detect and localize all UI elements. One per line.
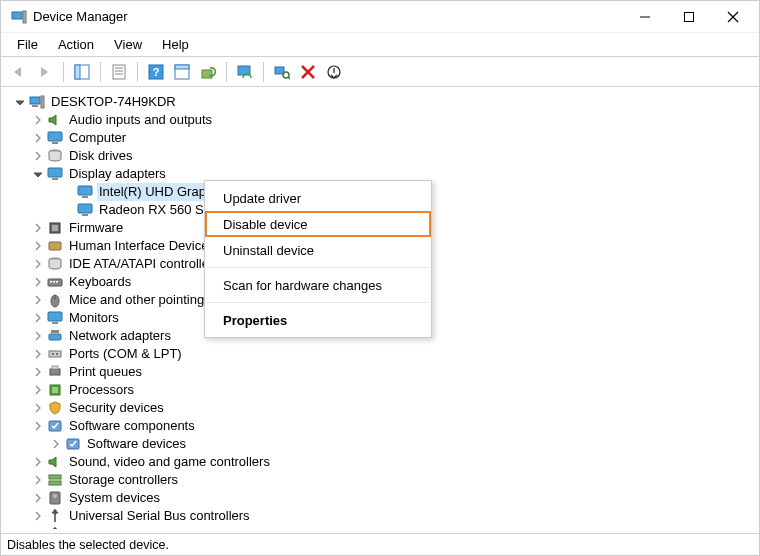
svg-rect-48 [49, 351, 61, 357]
toolbar-disable-device[interactable] [322, 60, 346, 84]
tree-category[interactable]: Storage controllers [13, 471, 755, 489]
svg-rect-40 [53, 281, 55, 283]
tree-category[interactable]: Universal Serial Bus controllers [13, 507, 755, 525]
menubar: File Action View Help [1, 33, 759, 57]
tree-node-label: Audio inputs and outputs [67, 111, 214, 129]
expander-icon[interactable] [31, 473, 45, 487]
tree-node-label: USB Connector Managers [67, 525, 223, 529]
context-menu: Update driverDisable deviceUninstall dev… [204, 180, 432, 338]
toolbar-forward[interactable] [33, 60, 57, 84]
toolbar-action[interactable] [170, 60, 194, 84]
tree-category[interactable]: Computer [13, 129, 755, 147]
expander-icon[interactable] [31, 275, 45, 289]
close-button[interactable] [711, 1, 755, 32]
context-menu-item[interactable]: Scan for hardware changes [205, 272, 431, 298]
expander-icon[interactable] [31, 149, 45, 163]
expander-icon[interactable] [31, 509, 45, 523]
tree-category[interactable]: System devices [13, 489, 755, 507]
disk-icon [47, 148, 63, 164]
tree-node-label: Disk drives [67, 147, 135, 165]
expander-icon[interactable] [31, 257, 45, 271]
toolbar-properties[interactable] [107, 60, 131, 84]
maximize-button[interactable] [667, 1, 711, 32]
tree-node-label: Network adapters [67, 327, 173, 345]
context-menu-item[interactable]: Update driver [205, 185, 431, 211]
svg-rect-8 [113, 65, 125, 79]
tree-category[interactable]: Security devices [13, 399, 755, 417]
tree-node-label: Ports (COM & LPT) [67, 345, 184, 363]
security-icon [47, 400, 63, 416]
expander-icon[interactable] [31, 527, 45, 529]
expander-icon[interactable] [49, 437, 63, 451]
expander-icon[interactable] [31, 239, 45, 253]
context-menu-item[interactable]: Disable device [205, 211, 431, 237]
expander-icon[interactable] [13, 95, 27, 109]
expander-icon[interactable] [31, 401, 45, 415]
mouse-icon [47, 292, 63, 308]
tree-category[interactable]: Audio inputs and outputs [13, 111, 755, 129]
toolbar-back[interactable] [7, 60, 31, 84]
tree-node-label: Universal Serial Bus controllers [67, 507, 252, 525]
tree-node-label: Security devices [67, 399, 166, 417]
expander-icon[interactable] [31, 131, 45, 145]
svg-rect-51 [50, 369, 60, 375]
tree-node-label: IDE ATA/ATAPI controllers [67, 255, 222, 273]
toolbar-separator [226, 62, 227, 82]
toolbar-update-driver[interactable] [196, 60, 220, 84]
toolbar-scan-hardware[interactable] [270, 60, 294, 84]
expander-icon[interactable] [31, 365, 45, 379]
svg-point-60 [53, 494, 57, 498]
expander-icon[interactable] [31, 329, 45, 343]
app-icon [11, 9, 27, 25]
expander-icon[interactable] [31, 455, 45, 469]
expander-icon[interactable] [31, 293, 45, 307]
usb-icon [47, 508, 63, 524]
expander-icon[interactable] [31, 383, 45, 397]
menu-help[interactable]: Help [152, 35, 199, 54]
svg-rect-47 [51, 330, 59, 333]
menu-action[interactable]: Action [48, 35, 104, 54]
tree-category[interactable]: Software devices [13, 435, 755, 453]
minimize-button[interactable] [623, 1, 667, 32]
expander-icon[interactable] [31, 113, 45, 127]
context-menu-item[interactable]: Uninstall device [205, 237, 431, 263]
tree-node-label: Storage controllers [67, 471, 180, 489]
tree-category[interactable]: USB Connector Managers [13, 525, 755, 529]
tree-root-node[interactable]: DESKTOP-74H9KDR [13, 93, 755, 111]
svg-rect-30 [78, 186, 92, 195]
svg-rect-15 [175, 65, 189, 69]
titlebar: Device Manager [1, 1, 759, 33]
svg-rect-24 [41, 96, 44, 108]
toolbar-enable-device[interactable] [233, 60, 257, 84]
expander-icon[interactable] [31, 419, 45, 433]
svg-rect-32 [78, 204, 92, 213]
tree-category[interactable]: Software components [13, 417, 755, 435]
tree-category[interactable]: Disk drives [13, 147, 755, 165]
menu-file[interactable]: File [7, 35, 48, 54]
context-menu-item[interactable]: Properties [205, 307, 431, 333]
menu-view[interactable]: View [104, 35, 152, 54]
svg-rect-44 [48, 312, 62, 321]
disk-icon [47, 256, 63, 272]
expander-icon[interactable] [31, 311, 45, 325]
tree-node-label: Print queues [67, 363, 144, 381]
tree-category[interactable]: Print queues [13, 363, 755, 381]
expander-icon[interactable] [31, 167, 45, 181]
context-menu-separator [207, 302, 429, 303]
tree-category[interactable]: Sound, video and game controllers [13, 453, 755, 471]
expander-icon[interactable] [31, 491, 45, 505]
toolbar-help[interactable]: ? [144, 60, 168, 84]
expander-icon[interactable] [31, 221, 45, 235]
toolbar-uninstall-device[interactable] [296, 60, 320, 84]
window-controls [623, 1, 755, 32]
toolbar-show-hide-console-tree[interactable] [70, 60, 94, 84]
expander-icon[interactable] [31, 347, 45, 361]
svg-rect-3 [685, 12, 694, 21]
svg-rect-35 [52, 225, 58, 231]
svg-rect-29 [52, 178, 58, 180]
port-icon [47, 346, 63, 362]
svg-rect-58 [49, 481, 61, 485]
tree-category[interactable]: Processors [13, 381, 755, 399]
tree-category[interactable]: Ports (COM & LPT) [13, 345, 755, 363]
tree-node-label: Firmware [67, 219, 125, 237]
